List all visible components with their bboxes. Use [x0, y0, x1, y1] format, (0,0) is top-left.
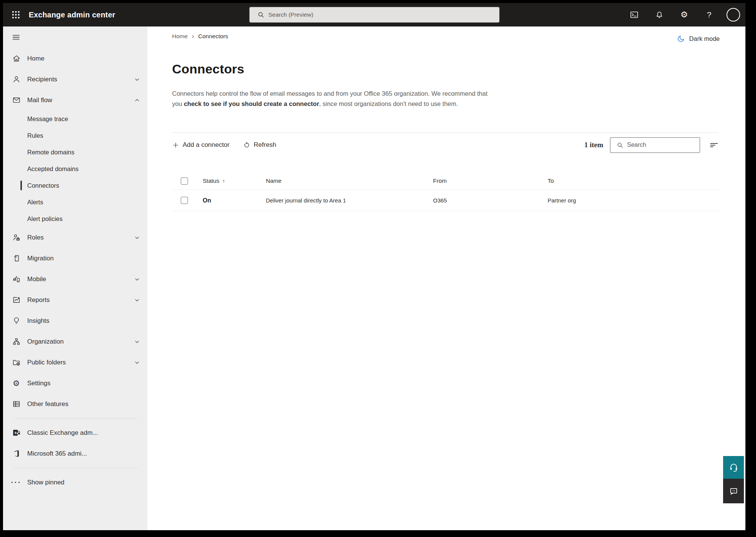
support-button[interactable]: [723, 456, 744, 479]
breadcrumb-separator-icon: ›: [192, 33, 194, 40]
sidebar-item-reports[interactable]: Reports: [3, 290, 147, 310]
list-toolbar: Add a connector Refresh 1 item: [172, 133, 719, 157]
sidebar-item-microsoft-365-admin[interactable]: Microsoft 365 admi...: [3, 443, 147, 464]
office-logo-icon: [11, 449, 21, 458]
chevron-down-icon: [134, 297, 140, 303]
plus-icon: [172, 142, 179, 149]
sidebar-item-mail-flow[interactable]: Mail flow: [3, 90, 147, 111]
sidebar-item-label: Alerts: [27, 199, 43, 206]
dark-mode-toggle[interactable]: Dark mode: [677, 35, 720, 43]
row-status: On: [203, 197, 266, 204]
row-name[interactable]: Deliver journal directly to Area 1: [266, 197, 433, 204]
breadcrumb-current: Connectors: [198, 33, 228, 40]
sidebar-item-label: Message trace: [27, 115, 68, 123]
avatar[interactable]: [727, 8, 740, 22]
page-title: Connectors: [172, 62, 719, 76]
column-header-from[interactable]: From: [433, 177, 548, 184]
sidebar-item-public-folders[interactable]: Public folders: [3, 352, 147, 373]
sidebar-item-label: Public folders: [27, 359, 66, 366]
top-bar: Exchange admin center: [3, 3, 745, 26]
sidebar-item-label: Remote domains: [27, 149, 75, 156]
connectors-table: Status↑ Name From To On Deliver journal …: [172, 172, 719, 211]
create-connector-link[interactable]: check to see if you should create a conn…: [184, 100, 319, 107]
sidebar-item-other-features[interactable]: Other features: [3, 394, 147, 414]
terminal-icon: [630, 10, 639, 19]
sidebar-item-settings[interactable]: ⚙ Settings: [3, 373, 147, 394]
row-checkbox[interactable]: [181, 197, 188, 204]
body: Home Recipients: [3, 26, 745, 530]
sidebar-item-migration[interactable]: Migration: [3, 248, 147, 269]
sidebar-item-classic-exchange-admin[interactable]: E Classic Exchange adm...: [3, 422, 147, 443]
gear-icon: ⚙: [11, 379, 21, 387]
exchange-logo-icon: E: [11, 428, 21, 437]
sidebar-item-organization[interactable]: Organization: [3, 331, 147, 352]
column-header-name[interactable]: Name: [266, 177, 433, 184]
page-description: Connectors help control the flow of emai…: [172, 89, 490, 109]
sidebar-item-home[interactable]: Home: [3, 48, 147, 69]
refresh-label: Refresh: [254, 141, 276, 149]
nav-divider: [14, 468, 138, 468]
bell-icon: [655, 11, 664, 19]
cloud-shell-button[interactable]: [627, 7, 642, 22]
sidebar-item-insights[interactable]: Insights: [3, 310, 147, 331]
help-button[interactable]: ?: [702, 7, 717, 22]
sidebar-item-label: Home: [27, 55, 44, 62]
global-search-box[interactable]: [249, 7, 500, 23]
chevron-down-icon: [134, 360, 140, 365]
column-header-to[interactable]: To: [548, 177, 719, 184]
person-icon: [11, 75, 21, 84]
chevron-down-icon: [134, 76, 140, 82]
row-to: Partner org: [548, 197, 719, 204]
org-tree-icon: [11, 337, 21, 346]
person-badge-icon: [11, 233, 21, 242]
sidebar-item-message-trace[interactable]: Message trace: [3, 111, 147, 127]
line-chart-icon: [11, 296, 21, 304]
help-icon: ?: [707, 10, 711, 19]
sidebar-item-recipients[interactable]: Recipients: [3, 69, 147, 90]
list-search-input[interactable]: [627, 142, 705, 148]
chevron-down-icon: [134, 276, 140, 282]
refresh-button[interactable]: Refresh: [243, 141, 276, 149]
breadcrumb-home-link[interactable]: Home: [172, 33, 188, 40]
sidebar-item-rules[interactable]: Rules: [3, 127, 147, 144]
sidebar-item-alert-policies[interactable]: Alert policies: [3, 210, 147, 227]
select-all-checkbox[interactable]: [181, 177, 188, 185]
app-launcher-button[interactable]: [8, 7, 23, 22]
chevron-up-icon: [134, 97, 140, 103]
sidebar-item-label: Mail flow: [27, 97, 52, 104]
search-icon: [616, 142, 624, 149]
lightbulb-icon: [11, 316, 21, 325]
filter-button[interactable]: [709, 140, 719, 150]
sidebar-item-accepted-domains[interactable]: Accepted domains: [3, 160, 147, 177]
add-connector-button[interactable]: Add a connector: [172, 141, 230, 149]
global-search-input[interactable]: [269, 11, 495, 18]
column-header-status[interactable]: Status↑: [203, 177, 266, 184]
topbar-actions: ⚙ ?: [627, 3, 740, 26]
feedback-button[interactable]: [723, 479, 744, 503]
list-search-box[interactable]: [610, 137, 700, 153]
sidebar-item-remote-domains[interactable]: Remote domains: [3, 144, 147, 160]
table-row[interactable]: On Deliver journal directly to Area 1 O3…: [172, 190, 719, 211]
sidebar-item-alerts[interactable]: Alerts: [3, 194, 147, 210]
home-icon: [11, 54, 21, 63]
sidebar: Home Recipients: [3, 26, 147, 530]
breadcrumb: Home › Connectors: [172, 32, 719, 40]
sidebar-item-label: Show pinned: [27, 479, 64, 486]
collapse-nav-button[interactable]: [3, 29, 147, 45]
sidebar-item-connectors[interactable]: Connectors: [3, 177, 147, 194]
waffle-icon: [11, 10, 21, 20]
exchange-admin-center-window: Exchange admin center: [3, 3, 745, 530]
sidebar-item-show-pinned[interactable]: ··· Show pinned: [3, 472, 147, 493]
sidebar-item-label: Mobile: [27, 276, 46, 283]
sidebar-item-label: Accepted domains: [27, 165, 79, 173]
sidebar-item-label: Organization: [27, 338, 64, 346]
settings-button[interactable]: ⚙: [677, 7, 692, 22]
chat-bubble-icon: [729, 486, 739, 496]
mail-icon: [11, 96, 21, 104]
selected-indicator: [20, 181, 22, 190]
sidebar-item-roles[interactable]: Roles: [3, 227, 147, 248]
folder-globe-icon: [11, 358, 21, 367]
notifications-button[interactable]: [652, 7, 667, 22]
sidebar-item-mobile[interactable]: Mobile: [3, 269, 147, 290]
sidebar-item-label: Recipients: [27, 76, 57, 83]
